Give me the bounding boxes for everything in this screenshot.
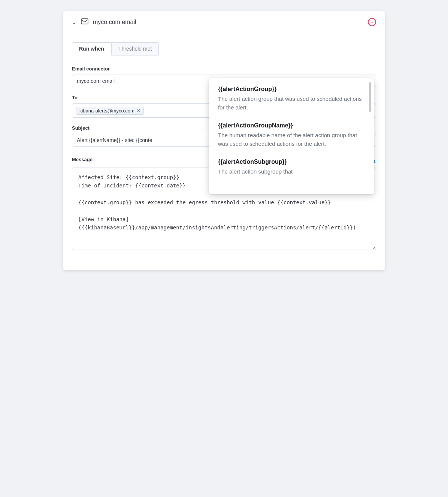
tooltip-item-2: {{alertActionSubgroup}} The alert action… bbox=[218, 159, 366, 176]
svg-rect-0 bbox=[81, 19, 88, 24]
header-left: ⌄ myco.com email bbox=[72, 18, 136, 26]
email-tag-value: kibana-alerts@myco.com bbox=[79, 108, 134, 114]
tab-run-when[interactable]: Run when bbox=[72, 42, 111, 55]
variable-name-2: {{alertActionSubgroup}} bbox=[218, 159, 366, 165]
card-title: myco.com email bbox=[93, 19, 136, 25]
scrollbar-indicator bbox=[369, 82, 371, 112]
variable-name-1: {{alertActionGroupName}} bbox=[218, 122, 366, 129]
email-tag-remove[interactable]: ✕ bbox=[137, 108, 140, 113]
email-connector-label: Email connector bbox=[72, 66, 376, 72]
action-card: ⌄ myco.com email − Run when Threshold me… bbox=[63, 11, 385, 270]
variable-desc-0: The alert action group that was used to … bbox=[218, 95, 366, 112]
tooltip-item-1: {{alertActionGroupName}} The human reada… bbox=[218, 122, 366, 148]
variable-desc-1: The human readable name of the alert act… bbox=[218, 131, 366, 148]
remove-button[interactable]: − bbox=[368, 18, 376, 26]
card-header: ⌄ myco.com email − bbox=[63, 11, 385, 33]
email-tag: kibana-alerts@myco.com ✕ bbox=[76, 107, 144, 115]
mail-icon bbox=[81, 18, 88, 26]
tooltip-item-0: {{alertActionGroup}} The alert action gr… bbox=[218, 86, 366, 112]
message-label: Message bbox=[72, 157, 93, 162]
chevron-down-icon[interactable]: ⌄ bbox=[72, 19, 76, 25]
variable-desc-2: The alert action subgroup that bbox=[218, 168, 366, 176]
card-body: Run when Threshold met Email connector T… bbox=[63, 33, 385, 270]
variable-name-0: {{alertActionGroup}} bbox=[218, 86, 366, 93]
variables-tooltip: {{alertActionGroup}} The alert action gr… bbox=[209, 78, 374, 194]
tab-threshold-met[interactable]: Threshold met bbox=[111, 42, 159, 55]
tabs-container: Run when Threshold met bbox=[72, 42, 376, 55]
